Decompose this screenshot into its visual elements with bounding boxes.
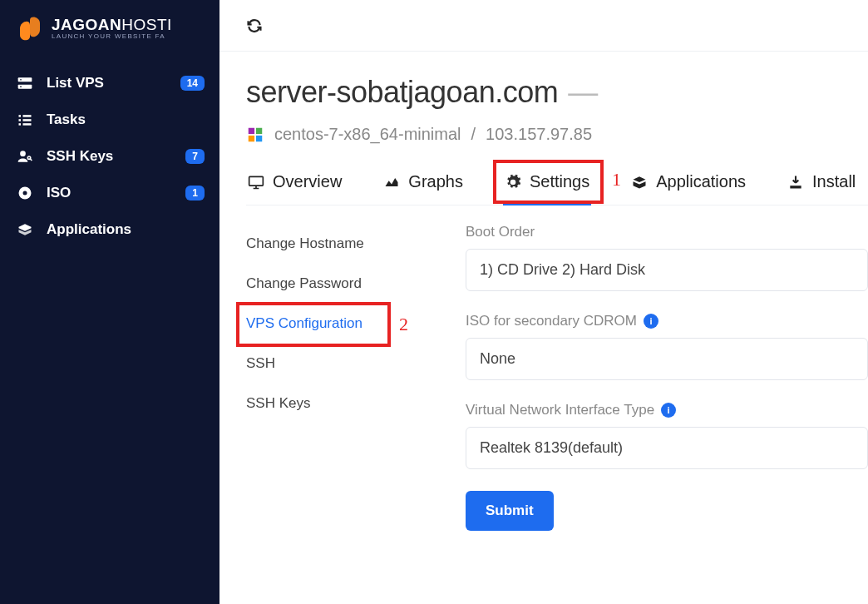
tab-settings[interactable]: Settings (503, 167, 591, 205)
sidebar-item-label: SSH Keys (47, 148, 113, 165)
gear-icon (505, 174, 521, 191)
svg-rect-16 (249, 135, 254, 141)
main-content: server-sobatjagoan.com— centos-7-x86_64-… (219, 0, 868, 604)
submenu-label: VPS Configuration (246, 315, 362, 331)
svg-rect-5 (23, 115, 32, 117)
submenu-label: Change Hostname (246, 235, 364, 251)
submenu-change-hostname[interactable]: Change Hostname (246, 224, 439, 264)
svg-rect-9 (23, 123, 32, 126)
disc-icon (15, 185, 35, 201)
list-icon (15, 111, 35, 128)
centos-icon (246, 126, 264, 144)
boot-order-select[interactable]: 1) CD Drive 2) Hard Disk (466, 249, 868, 291)
annotation-1: 1 (612, 169, 621, 191)
nic-select[interactable]: Realtek 8139(default) (466, 427, 868, 469)
sidebar-item-label: ISO (47, 185, 71, 201)
svg-rect-14 (249, 127, 254, 133)
svg-rect-8 (19, 123, 22, 126)
brand-tagline: LAUNCH YOUR WEBSITE FA (52, 32, 172, 40)
svg-rect-0 (18, 77, 32, 82)
brand-mark-icon (15, 13, 45, 43)
topbar (219, 0, 868, 52)
svg-rect-15 (256, 127, 262, 133)
server-ip: 103.157.97.85 (486, 125, 592, 144)
brand-name: JAGOANHOSTI (52, 17, 172, 32)
submenu-label: SSH Keys (246, 395, 310, 411)
refresh-icon[interactable] (246, 17, 263, 34)
tab-overview[interactable]: Overview (246, 167, 343, 205)
sidebar-badge: 7 (185, 149, 205, 164)
svg-point-10 (20, 151, 26, 156)
boot-order-label: Boot Order (466, 224, 868, 240)
tab-label: Overview (273, 172, 342, 191)
iso-label: ISO for secondary CDROM i (466, 313, 868, 329)
box-icon (15, 221, 35, 238)
svg-point-3 (20, 86, 22, 87)
svg-point-2 (20, 79, 22, 81)
info-icon[interactable]: i (644, 314, 658, 329)
svg-rect-18 (249, 176, 264, 186)
info-icon[interactable]: i (661, 403, 676, 418)
svg-rect-7 (23, 119, 32, 121)
annotation-2: 2 (399, 314, 408, 335)
server-meta: centos-7-x86_64-minimal / 103.157.97.85 (246, 125, 868, 144)
download-icon (787, 174, 804, 191)
svg-point-13 (23, 191, 27, 196)
settings-submenu: Change Hostname Change Password VPS Conf… (246, 224, 439, 531)
submenu-ssh[interactable]: SSH (246, 344, 439, 384)
sidebar-badge: 1 (185, 186, 205, 201)
brand-logo[interactable]: JAGOANHOSTI LAUNCH YOUR WEBSITE FA (0, 8, 219, 58)
tabs: Overview Graphs Settings Applications In… (246, 167, 868, 205)
tab-applications[interactable]: Applications (629, 167, 747, 205)
page-title: server-sobatjagoan.com— (246, 75, 868, 110)
sidebar-item-ssh-keys[interactable]: SSH Keys 7 (0, 138, 219, 175)
submit-button[interactable]: Submit (466, 491, 554, 531)
tab-label: Graphs (408, 172, 463, 191)
iso-select[interactable]: None (466, 338, 868, 380)
tab-label: Applications (656, 172, 746, 191)
box-open-icon (631, 174, 648, 191)
sidebar-item-label: Applications (47, 221, 131, 238)
submenu-change-password[interactable]: Change Password (246, 264, 439, 304)
server-icon (15, 75, 35, 92)
chart-area-icon (383, 174, 400, 191)
svg-rect-17 (256, 135, 262, 141)
tab-graphs[interactable]: Graphs (382, 167, 465, 205)
svg-rect-19 (790, 186, 801, 188)
sidebar-item-applications[interactable]: Applications (0, 211, 219, 248)
submenu-ssh-keys[interactable]: SSH Keys (246, 384, 439, 423)
sidebar: JAGOANHOSTI LAUNCH YOUR WEBSITE FA List … (0, 0, 219, 604)
sidebar-item-label: Tasks (47, 111, 86, 128)
svg-rect-4 (19, 115, 22, 117)
tab-label: Settings (530, 172, 589, 191)
submenu-label: Change Password (246, 275, 362, 291)
vps-config-form: Boot Order 1) CD Drive 2) Hard Disk ISO … (439, 224, 868, 531)
user-key-icon (15, 148, 35, 165)
sidebar-item-list-vps[interactable]: List VPS 14 (0, 65, 219, 101)
submenu-vps-configuration[interactable]: VPS Configuration (246, 304, 439, 344)
svg-rect-6 (19, 119, 22, 121)
tab-label: Install (812, 172, 856, 191)
os-name: centos-7-x86_64-minimal (274, 125, 461, 144)
sidebar-nav: List VPS 14 Tasks SSH Keys 7 ISO 1 Appli… (0, 65, 219, 248)
sidebar-item-tasks[interactable]: Tasks (0, 101, 219, 138)
svg-rect-1 (18, 85, 32, 89)
sidebar-item-label: List VPS (47, 75, 104, 92)
submenu-label: SSH (246, 355, 275, 371)
sidebar-badge: 14 (180, 76, 205, 91)
sidebar-item-iso[interactable]: ISO 1 (0, 175, 219, 211)
nic-label: Virtual Network Interface Type i (466, 402, 868, 418)
tab-install[interactable]: Install (786, 167, 857, 205)
monitor-icon (248, 174, 264, 191)
